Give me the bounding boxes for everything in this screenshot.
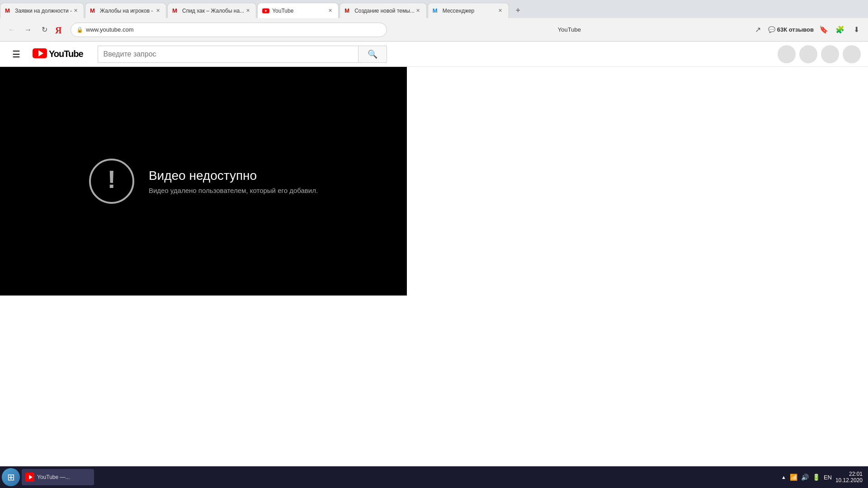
tab-6-close[interactable]: ✕ xyxy=(497,7,504,14)
tab-2-favicon: М xyxy=(90,7,97,14)
error-icon: ! xyxy=(89,159,134,204)
start-button[interactable]: ⊞ xyxy=(2,468,20,486)
language-indicator: EN xyxy=(824,474,832,481)
error-text-block: Видео недоступно Видео удалено пользоват… xyxy=(149,169,318,194)
tab-1-favicon: М xyxy=(5,7,12,14)
tab-6-title: Мессенджер xyxy=(443,8,497,14)
tab-6[interactable]: М Мессенджер ✕ xyxy=(428,3,509,18)
tab-3-title: Спид хак – Жалобы на... xyxy=(182,8,244,14)
clock-date: 10.12.2020 xyxy=(835,477,863,483)
taskbar-app-favicon xyxy=(25,473,34,482)
reviews-button[interactable]: 💬 63К отзывов xyxy=(768,26,814,33)
address-actions: ↗ 💬 63К отзывов 🔖 🧩 ⬇ xyxy=(752,23,863,36)
url-bar[interactable]: 🔒 www.youtube.com xyxy=(71,23,387,37)
search-button[interactable]: 🔍 xyxy=(358,46,387,63)
tab-2[interactable]: М Жалобы на игроков - ✕ xyxy=(85,3,166,18)
exclamation-mark: ! xyxy=(108,167,116,192)
youtube-logo-text: YouTube xyxy=(49,49,83,59)
system-clock: 22:01 10.12.2020 xyxy=(835,471,863,483)
action-circle-3[interactable] xyxy=(821,45,839,63)
share-button[interactable]: ↗ xyxy=(752,23,764,36)
tab-4-favicon xyxy=(262,7,269,14)
reviews-icon: 💬 xyxy=(768,26,775,33)
yt-content-area: ! Видео недоступно Видео удалено пользов… xyxy=(0,67,868,296)
start-icon: ⊞ xyxy=(7,472,15,483)
tab-5-title: Создание новой темы... xyxy=(354,8,415,14)
url-text: www.youtube.com xyxy=(86,26,381,33)
taskbar: ⊞ YouTube —... ▲ 📶 🔊 🔋 EN 22:01 10.12.20… xyxy=(0,466,868,488)
hamburger-menu-button[interactable]: ☰ xyxy=(7,45,25,63)
new-tab-button[interactable]: + xyxy=(512,4,524,17)
svg-text:Я: Я xyxy=(55,25,62,35)
action-circle-1[interactable] xyxy=(778,45,796,63)
error-title: Видео недоступно xyxy=(149,169,318,183)
browser-content: ☰ YouTube 🔍 xyxy=(0,42,868,488)
reviews-count: 63К отзывов xyxy=(777,26,814,33)
action-circle-4[interactable] xyxy=(843,45,861,63)
tab-1-title: Заявки на должности - xyxy=(15,8,72,14)
tab-3-favicon: М xyxy=(172,7,179,14)
tab-3[interactable]: М Спид хак – Жалобы на... ✕ xyxy=(167,3,256,18)
address-bar: ← → ↻ Я 🔒 www.youtube.com YouTube ↗ 💬 63… xyxy=(0,18,868,42)
taskbar-system-tray: ▲ 📶 🔊 🔋 EN 22:01 10.12.2020 xyxy=(778,471,866,483)
taskbar-youtube-app[interactable]: YouTube —... xyxy=(22,469,94,485)
network-icon: 📶 xyxy=(790,474,797,481)
tab-4-close[interactable]: ✕ xyxy=(326,7,334,14)
search-wrapper: 🔍 xyxy=(98,46,387,63)
tab-2-close[interactable]: ✕ xyxy=(154,7,161,14)
tab-6-favicon: М xyxy=(433,7,440,14)
extensions-button[interactable]: 🧩 xyxy=(834,23,846,36)
forward-button[interactable]: → xyxy=(22,23,34,36)
tab-3-close[interactable]: ✕ xyxy=(244,7,251,14)
address-center: YouTube xyxy=(391,26,748,33)
tab-1-close[interactable]: ✕ xyxy=(72,7,79,14)
search-icon: 🔍 xyxy=(368,49,377,59)
battery-icon: 🔋 xyxy=(812,474,820,481)
tab-5[interactable]: М Создание новой темы... ✕ xyxy=(340,3,427,18)
address-page-title: YouTube xyxy=(558,26,581,33)
tab-2-title: Жалобы на игроков - xyxy=(100,8,154,14)
tab-4-title: YouTube xyxy=(272,8,326,14)
search-input[interactable] xyxy=(98,46,358,63)
tab-5-close[interactable]: ✕ xyxy=(415,7,422,14)
action-circle-2[interactable] xyxy=(799,45,817,63)
taskbar-app-title: YouTube —... xyxy=(37,474,70,480)
youtube-actions xyxy=(778,45,861,63)
youtube-logo[interactable]: YouTube xyxy=(33,47,83,61)
video-unavailable-message: ! Видео недоступно Видео удалено пользов… xyxy=(89,159,318,204)
yandex-logo: Я xyxy=(54,23,67,36)
error-subtitle: Видео удалено пользователем, который его… xyxy=(149,187,318,194)
tray-expand-arrow[interactable]: ▲ xyxy=(781,474,786,480)
bookmark-button[interactable]: 🔖 xyxy=(817,23,830,36)
tab-5-favicon: М xyxy=(344,7,352,14)
download-button[interactable]: ⬇ xyxy=(850,23,863,36)
refresh-button[interactable]: ↻ xyxy=(38,23,51,36)
youtube-logo-icon xyxy=(33,47,47,61)
back-button[interactable]: ← xyxy=(5,23,18,36)
clock-time: 22:01 xyxy=(835,471,863,477)
youtube-navbar: ☰ YouTube 🔍 xyxy=(0,42,868,67)
tab-bar: М Заявки на должности - ✕ М Жалобы на иг… xyxy=(0,0,868,18)
tab-4-youtube[interactable]: YouTube ✕ xyxy=(257,3,339,18)
video-player: ! Видео недоступно Видео удалено пользов… xyxy=(0,67,407,296)
tab-1[interactable]: М Заявки на должности - ✕ xyxy=(0,3,84,18)
sound-icon: 🔊 xyxy=(801,474,809,481)
lock-icon: 🔒 xyxy=(76,27,83,33)
